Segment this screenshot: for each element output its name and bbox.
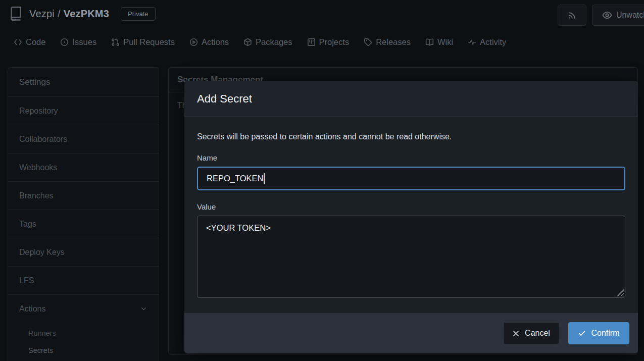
close-icon: [512, 330, 520, 337]
tab-releases-label: Releases: [376, 37, 411, 47]
header-buttons: Unwatch: [0, 5, 644, 26]
tab-releases[interactable]: Releases: [364, 37, 411, 47]
pull-request-icon: [111, 38, 120, 46]
tab-pull-requests-label: Pull Requests: [123, 37, 175, 47]
sidebar-item-webhooks[interactable]: Webhooks: [8, 153, 159, 181]
sidebar-item-deploy-keys[interactable]: Deploy Keys: [8, 238, 159, 266]
cancel-button-label: Cancel: [525, 329, 550, 338]
value-textarea[interactable]: <YOUR TOKEN>: [197, 216, 625, 298]
tab-wiki[interactable]: Wiki: [425, 37, 453, 47]
add-secret-modal: Add Secret Secrets will be passed to cer…: [184, 81, 638, 353]
tab-projects-label: Projects: [319, 37, 350, 47]
unwatch-label: Unwatch: [616, 11, 644, 20]
rss-icon: [568, 11, 576, 20]
cancel-button[interactable]: Cancel: [503, 322, 559, 344]
sidebar-actions-submenu: Runners Secrets: [8, 323, 159, 361]
sidebar-item-label: Branches: [19, 191, 54, 200]
tab-issues-label: Issues: [72, 37, 96, 47]
sidebar-subitem-runners[interactable]: Runners: [8, 325, 159, 342]
modal-body: Secrets will be passed to certain action…: [184, 117, 638, 313]
sidebar-subitem-label: Secrets: [28, 346, 53, 354]
pulse-icon: [468, 38, 476, 46]
sidebar-item-lfs[interactable]: LFS: [8, 266, 159, 294]
sidebar-item-label: Webhooks: [19, 163, 57, 172]
project-board-icon: [307, 38, 316, 46]
tag-icon: [364, 38, 372, 46]
name-input[interactable]: REPO_TOKEN: [197, 167, 625, 190]
sidebar-item-label: Deploy Keys: [19, 248, 65, 257]
sidebar-item-label: Collaborators: [19, 135, 67, 144]
sidebar-subitem-secrets[interactable]: Secrets: [8, 342, 159, 359]
value-textarea-wrap: <YOUR TOKEN>: [197, 216, 625, 298]
sidebar-item-actions[interactable]: Actions: [8, 294, 159, 323]
sidebar-item-label: Tags: [19, 220, 36, 229]
tab-pull-requests[interactable]: Pull Requests: [111, 37, 175, 47]
repo-nav-tabs: Code Issues Pull Requests Actions Packag…: [0, 30, 644, 54]
top-header: Vezpi/VezPKM3 Private Unwatch: [0, 0, 644, 30]
modal-actions: Cancel Confirm: [184, 313, 638, 353]
chevron-down-icon: [140, 305, 147, 313]
package-icon: [243, 38, 252, 46]
sidebar-item-label: Repository: [19, 107, 58, 116]
eye-icon: [602, 10, 612, 20]
confirm-button[interactable]: Confirm: [568, 322, 629, 344]
tab-code-label: Code: [26, 37, 45, 47]
sidebar-item-repository[interactable]: Repository: [8, 96, 159, 125]
tab-issues[interactable]: Issues: [60, 37, 96, 47]
tab-code[interactable]: Code: [14, 37, 45, 47]
sidebar-item-branches[interactable]: Branches: [8, 181, 159, 210]
value-field-label: Value: [197, 202, 625, 211]
modal-title: Add Secret: [197, 92, 252, 106]
rss-feed-button[interactable]: [558, 5, 586, 26]
sidebar-item-label: Settings: [19, 77, 50, 87]
text-cursor: [264, 173, 265, 184]
name-field-label: Name: [197, 153, 625, 162]
check-icon: [578, 329, 586, 337]
sidebar-item-label: Actions: [19, 304, 45, 314]
play-circle-icon: [189, 38, 198, 46]
sidebar-item-tags[interactable]: Tags: [8, 210, 159, 238]
sidebar-subitem-label: Runners: [28, 329, 56, 337]
code-icon: [14, 38, 22, 46]
tab-actions-label: Actions: [202, 37, 229, 47]
confirm-button-label: Confirm: [591, 329, 619, 338]
tab-actions[interactable]: Actions: [189, 37, 229, 47]
tab-activity[interactable]: Activity: [468, 37, 506, 47]
tab-packages-label: Packages: [256, 37, 292, 47]
sidebar-item-collaborators[interactable]: Collaborators: [8, 125, 159, 153]
sidebar-item-settings[interactable]: Settings: [8, 68, 159, 96]
tab-wiki-label: Wiki: [437, 37, 453, 47]
issue-icon: [60, 38, 69, 46]
tab-projects[interactable]: Projects: [307, 37, 350, 47]
sidebar-item-label: LFS: [19, 276, 34, 285]
unwatch-button[interactable]: Unwatch: [592, 5, 644, 26]
name-input-value: REPO_TOKEN: [207, 174, 263, 183]
tab-packages[interactable]: Packages: [243, 37, 292, 47]
modal-description: Secrets will be passed to certain action…: [197, 132, 625, 141]
tab-activity-label: Activity: [480, 37, 506, 47]
settings-sidebar: Settings Repository Collaborators Webhoo…: [8, 67, 159, 361]
modal-header: Add Secret: [184, 81, 638, 117]
book-open-icon: [425, 38, 434, 46]
